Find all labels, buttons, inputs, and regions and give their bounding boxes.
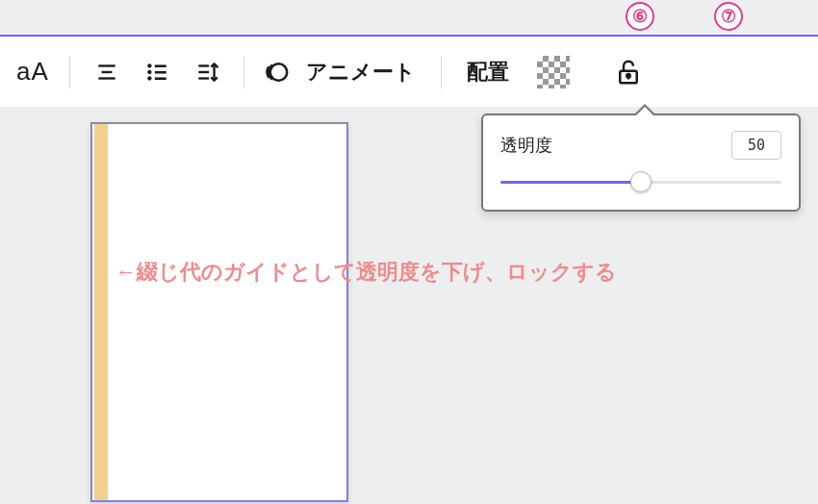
lock-button[interactable] <box>609 53 648 91</box>
typography-label: aA <box>16 57 49 87</box>
align-icon <box>94 60 119 85</box>
svg-rect-6 <box>155 70 166 73</box>
svg-point-5 <box>147 69 151 73</box>
transparency-label: 透明度 <box>500 134 552 157</box>
typography-button[interactable]: aA <box>13 53 52 91</box>
transparency-slider[interactable] <box>500 173 781 190</box>
svg-rect-4 <box>155 64 166 67</box>
svg-rect-8 <box>155 77 166 80</box>
separator <box>243 56 244 88</box>
position-button[interactable]: 配置 <box>459 53 517 91</box>
spacing-icon <box>194 60 219 85</box>
page[interactable] <box>90 122 348 502</box>
list-button[interactable] <box>138 53 176 91</box>
annotation-text: ←綴じ代のガイドとして透明度を下げ、ロックする <box>115 258 617 287</box>
svg-point-7 <box>147 76 151 80</box>
animate-icon <box>262 58 291 87</box>
spacing-button[interactable] <box>188 53 226 91</box>
lock-open-icon <box>614 58 643 87</box>
checker-icon <box>537 56 570 88</box>
animate-button[interactable]: アニメート <box>262 53 423 91</box>
selection-outline <box>91 123 347 501</box>
svg-point-3 <box>147 63 151 67</box>
gutter-guide[interactable] <box>94 123 108 501</box>
step-badge-7: ⑦ <box>714 2 743 31</box>
separator <box>441 56 442 88</box>
toolbar: aA アニメート <box>0 37 818 107</box>
transparency-input[interactable] <box>731 131 781 160</box>
list-icon <box>144 60 169 85</box>
step-badge-6: ⑥ <box>626 2 654 31</box>
separator <box>69 56 70 88</box>
transparency-button[interactable] <box>534 53 573 91</box>
align-button[interactable] <box>88 53 126 91</box>
slider-thumb[interactable] <box>630 171 652 192</box>
slider-fill <box>500 181 641 184</box>
transparency-popover: 透明度 <box>481 113 801 212</box>
animate-label: アニメート <box>298 58 423 87</box>
popover-arrow <box>633 104 656 115</box>
